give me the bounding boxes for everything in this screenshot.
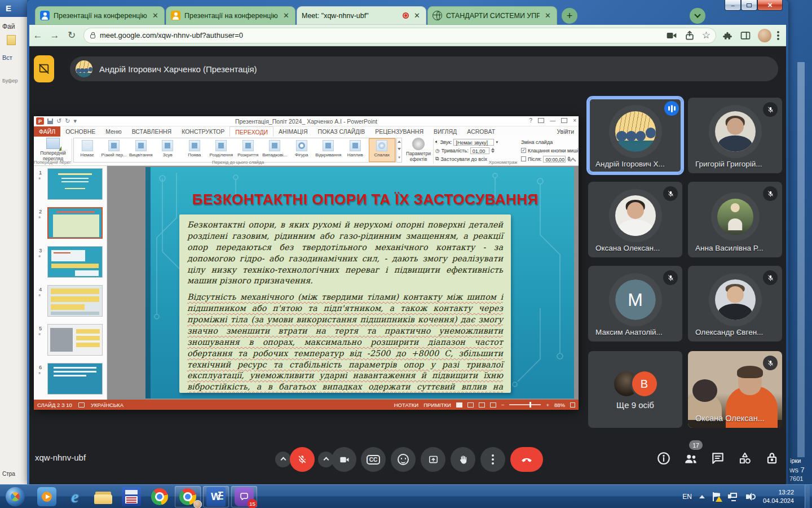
new-tab-button[interactable]: +: [562, 8, 577, 24]
slide-sorter-view-icon[interactable]: [467, 402, 474, 408]
transition-fade[interactable]: Вицвітання: [127, 138, 155, 162]
notes-button[interactable]: НОТАТКИ: [394, 402, 419, 408]
ribbon-display-icon[interactable]: [538, 118, 544, 123]
ribbon-tab-view[interactable]: ВИГЛЯД: [429, 126, 462, 137]
transition-reveal[interactable]: Розкриття: [235, 138, 262, 162]
extensions-puzzle-icon[interactable]: [722, 30, 733, 41]
zoom-slider[interactable]: [509, 404, 541, 405]
browser-menu-icon[interactable]: [777, 34, 779, 37]
tab-close-icon[interactable]: ✕: [413, 11, 421, 20]
presentation-paused-icon[interactable]: [34, 55, 54, 82]
participant-tile[interactable]: Анна Василівна Р...: [688, 182, 782, 257]
mic-mute-button[interactable]: [290, 447, 315, 472]
chrome-active-task-button[interactable]: [175, 486, 201, 507]
back-button[interactable]: ←: [29, 30, 46, 41]
window-close-button[interactable]: ✕: [757, 0, 783, 11]
url-text[interactable]: meet.google.com/xqw-nhnv-ubf?authuser=0: [100, 31, 243, 40]
reading-view-icon[interactable]: [479, 402, 485, 408]
comments-button[interactable]: ПРИМІТКИ: [423, 402, 451, 408]
ribbon-tab-transitions-active[interactable]: ПЕРЕХОДИ: [230, 126, 273, 137]
viber-task-button[interactable]: 15: [231, 486, 257, 507]
transition-flash-selected[interactable]: Спалах: [369, 138, 396, 162]
transition-none[interactable]: Немає: [74, 138, 101, 162]
transition-cover[interactable]: Наплив: [342, 138, 369, 162]
transition-cut[interactable]: Різкий пер...: [101, 138, 128, 162]
thumbnail-slide-4[interactable]: 4*: [34, 283, 107, 322]
effect-options-button[interactable]: Параметри ефектів: [405, 138, 432, 163]
on-click-checkbox[interactable]: ✓: [521, 148, 526, 153]
transition-randombars[interactable]: Випадкові...: [262, 138, 289, 162]
transition-shape[interactable]: Фігура: [288, 138, 315, 162]
current-slide[interactable]: БЕЗКОНТАКТНІ ОПОРИ ТА ЇХ ЗАСТОСУВАННЯ Бе…: [145, 167, 574, 398]
participant-video-tile[interactable]: Оксана Олексан...: [688, 351, 782, 428]
chrome-icon[interactable]: [150, 487, 169, 506]
zoom-in-icon[interactable]: +: [546, 402, 549, 408]
preview-button[interactable]: Попередній перегляд: [36, 138, 70, 161]
thumbnail-slide-1[interactable]: 1*: [34, 166, 107, 205]
transition-split[interactable]: Розділення: [208, 138, 235, 162]
side-panel-icon[interactable]: [740, 30, 751, 41]
start-button[interactable]: [6, 487, 25, 506]
hidden-icons-chevron[interactable]: [699, 495, 705, 498]
captions-button[interactable]: CC: [361, 447, 386, 472]
file-explorer-icon[interactable]: [94, 487, 113, 506]
transition-uncover[interactable]: Відкривання: [315, 138, 342, 162]
sign-in-link[interactable]: Увійти: [552, 126, 579, 137]
gallery-scroll-buttons[interactable]: ▾: [396, 138, 402, 163]
mic-options-chevron[interactable]: [275, 452, 291, 467]
chat-button[interactable]: [710, 451, 725, 466]
ribbon-tab-acrobat[interactable]: ACROBAT: [462, 126, 500, 137]
window-minimize-button[interactable]: –: [725, 0, 741, 11]
ppt-restore-button[interactable]: [561, 118, 567, 123]
end-call-button[interactable]: [510, 447, 543, 472]
ppt-close-button[interactable]: ×: [573, 117, 576, 124]
sound-select[interactable]: [Немає звуку]: [453, 139, 494, 146]
slide-text-box[interactable]: Безконтактні опори, в яких рухомі й неру…: [179, 214, 511, 393]
share-icon[interactable]: [684, 30, 695, 41]
tab-close-icon[interactable]: ✕: [282, 11, 290, 20]
save-utility-icon[interactable]: [122, 487, 141, 506]
normal-view-icon[interactable]: [456, 402, 462, 408]
tab-standards[interactable]: СТАНДАРТИ СИСТЕМИ УПРАВЛ ✕: [427, 6, 557, 25]
address-bar[interactable]: meet.google.com/xqw-nhnv-ubf?authuser=0 …: [83, 28, 716, 43]
reload-button[interactable]: ↻: [63, 29, 80, 41]
ribbon-tab-review[interactable]: РЕЦЕНЗУВАННЯ: [370, 126, 429, 137]
thumbnail-slide-2-selected[interactable]: 2*: [34, 205, 107, 244]
camera-permission-icon[interactable]: [666, 30, 677, 41]
action-center-flag-icon[interactable]: [712, 492, 721, 501]
internet-explorer-icon[interactable]: e: [65, 487, 85, 506]
more-options-button[interactable]: [480, 447, 505, 472]
more-participants-tile[interactable]: В Ще 9 осіб: [588, 351, 682, 428]
tab-presentations-2[interactable]: Презентації на конференцію ПО ✕: [166, 6, 295, 25]
meeting-details-button[interactable]: [656, 451, 671, 466]
ribbon-tab-menu[interactable]: Меню: [100, 126, 126, 137]
transition-push[interactable]: Зсув: [155, 138, 182, 162]
thumbnail-slide-3[interactable]: 3*: [34, 244, 107, 283]
activities-button[interactable]: [738, 451, 752, 466]
ribbon-tab-animations[interactable]: АНІМАЦІЯ: [273, 126, 313, 137]
present-button[interactable]: [421, 447, 445, 472]
language-label[interactable]: УКРАЇНСЬКА: [91, 402, 123, 408]
profile-avatar[interactable]: [758, 29, 771, 42]
ribbon-tab-slideshow[interactable]: ПОКАЗ СЛАЙДІВ: [313, 126, 370, 137]
raise-hand-button[interactable]: [451, 447, 475, 472]
ribbon-tab-insert[interactable]: ВСТАВЛЕННЯ: [127, 126, 177, 137]
thumbnail-slide-6[interactable]: 6*: [34, 361, 107, 400]
help-icon[interactable]: ?: [529, 117, 533, 124]
tab-search-chevron-button[interactable]: [690, 8, 705, 24]
thumbnail-slide-5[interactable]: 5*: [34, 322, 107, 361]
zoom-out-icon[interactable]: −: [501, 402, 505, 408]
volume-icon[interactable]: [746, 492, 756, 501]
ribbon-tab-design[interactable]: КОНСТРУКТОР: [176, 126, 230, 137]
media-player-icon[interactable]: [37, 487, 56, 506]
participant-tile[interactable]: Григорій Григорій...: [688, 98, 782, 173]
word-task-button[interactable]: W: [203, 486, 229, 507]
participant-tile[interactable]: Андрій Ігорович Х...: [588, 98, 682, 173]
bookmark-star-icon[interactable]: ☆: [702, 29, 710, 41]
fit-to-window-icon[interactable]: [570, 402, 575, 408]
tab-close-icon[interactable]: ✕: [151, 11, 160, 20]
slideshow-view-icon[interactable]: [490, 402, 496, 408]
show-everyone-button[interactable]: [683, 451, 698, 466]
duration-input[interactable]: 01,00: [470, 147, 489, 154]
ribbon-tab-home[interactable]: ОСНОВНЕ: [60, 126, 100, 137]
